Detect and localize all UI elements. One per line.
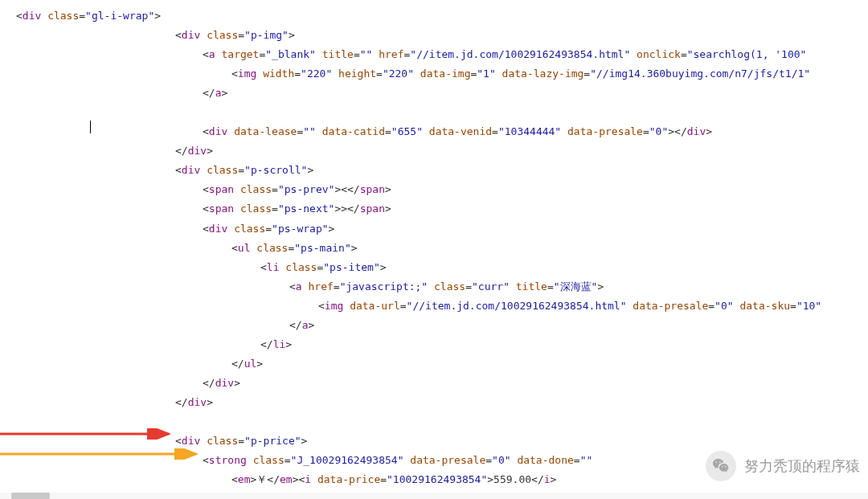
code-viewer[interactable]: <div class="gl-i-wrap"> <div class="p-im… bbox=[0, 0, 868, 499]
code-line: <div class="ps-wrap"> bbox=[16, 219, 868, 239]
code-line: <img data-url="//item.jd.com/10029162493… bbox=[16, 297, 868, 316]
code-line: <a target="_blank" title="" href="//item… bbox=[16, 45, 868, 64]
code-line: </a> bbox=[16, 84, 868, 103]
code-line: <a href="javascript:;" class="curr" titl… bbox=[16, 277, 868, 297]
code-line: <div class="gl-i-wrap"> bbox=[16, 6, 868, 26]
code-line: </div> bbox=[16, 393, 868, 412]
code-line: <div class="p-scroll"> bbox=[16, 161, 868, 180]
code-line: <div class="p-price"> bbox=[16, 432, 868, 451]
code-line: </a> bbox=[16, 316, 868, 335]
code-line: <li class="ps-item"> bbox=[16, 258, 868, 277]
code-line: <span class="ps-prev"><</span> bbox=[16, 180, 868, 199]
horizontal-scrollbar-track[interactable] bbox=[0, 493, 868, 499]
watermark: 努力秃顶的程序猿 bbox=[706, 451, 860, 481]
code-line: </div> bbox=[16, 374, 868, 393]
code-line: </li> bbox=[16, 335, 868, 354]
code-line: </ul> bbox=[16, 354, 868, 374]
code-line: <div class="p-img"> bbox=[16, 26, 868, 45]
wechat-icon bbox=[706, 451, 736, 481]
code-line: <div data-lease="" data-catid="655" data… bbox=[16, 122, 868, 141]
watermark-text: 努力秃顶的程序猿 bbox=[744, 456, 860, 476]
text-cursor bbox=[90, 121, 91, 133]
code-line: <ul class="ps-main"> bbox=[16, 239, 868, 258]
horizontal-scrollbar-thumb[interactable] bbox=[11, 493, 50, 499]
code-line: <span class="ps-next">></span> bbox=[16, 199, 868, 219]
code-line-blank bbox=[16, 103, 868, 122]
code-line-blank bbox=[16, 412, 868, 432]
code-line: </div> bbox=[16, 141, 868, 161]
code-line: <img width="220" height="220" data-img="… bbox=[16, 64, 868, 84]
